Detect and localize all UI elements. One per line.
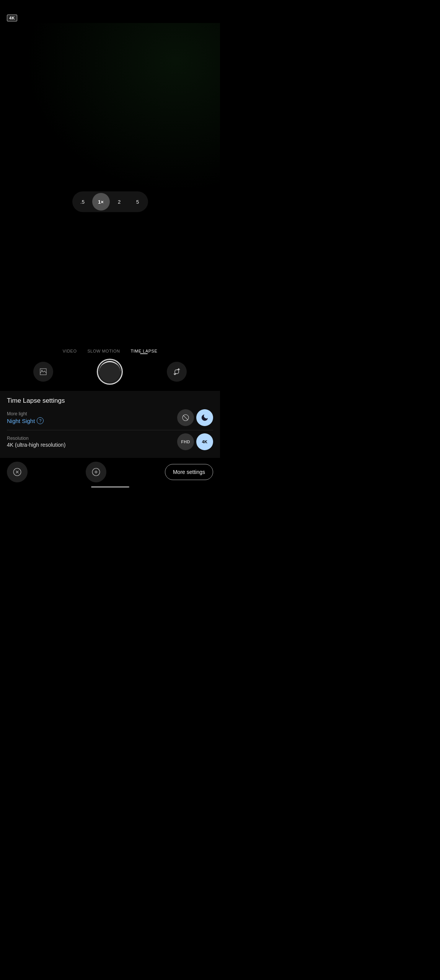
4k-badge: 4K — [7, 15, 17, 21]
viewfinder-noise — [0, 23, 220, 214]
mode-slow-motion[interactable]: Slow Motion — [87, 349, 120, 353]
shutter-button[interactable] — [97, 359, 123, 385]
resolution-value: 4K (ultra-high resolution) — [7, 442, 65, 448]
resolution-row: Resolution 4K (ultra-high resolution) FH… — [7, 433, 213, 450]
mode-video[interactable]: Video — [63, 349, 77, 353]
zoom-05-button[interactable]: .5 — [74, 193, 91, 211]
bottom-left-icon[interactable] — [7, 462, 28, 482]
zoom-1x-button[interactable]: 1× — [92, 193, 110, 211]
bottom-actions: More settings — [0, 458, 220, 490]
shutter-inner — [99, 361, 121, 382]
shutter-row — [0, 356, 220, 391]
night-sight-off-button[interactable] — [177, 409, 194, 426]
bottom-center-icon[interactable] — [86, 462, 106, 482]
resolution-toggle-group: FHD 4K — [177, 433, 213, 450]
mode-time-lapse[interactable]: Time Lapse — [130, 349, 157, 353]
settings-panel: Time Lapse settings More light Night Sig… — [0, 391, 220, 458]
night-sight-label-group: More light Night Sight ? — [7, 411, 44, 424]
more-light-label: More light — [7, 411, 44, 416]
night-sight-row: More light Night Sight ? — [7, 409, 213, 426]
zoom-2x-button[interactable]: 2 — [111, 193, 128, 211]
settings-divider — [7, 430, 213, 430]
camera-mode-row: Video Slow Motion Time Lapse — [0, 343, 220, 356]
settings-title: Time Lapse settings — [7, 397, 213, 405]
night-sight-on-button[interactable] — [196, 409, 213, 426]
zoom-5x-button[interactable]: 5 — [129, 193, 147, 211]
resolution-label: Resolution — [7, 436, 65, 441]
more-settings-button[interactable]: More settings — [165, 464, 213, 480]
svg-line-2 — [183, 415, 188, 420]
4k-button[interactable]: 4K — [196, 433, 213, 450]
resolution-label-group: Resolution 4K (ultra-high resolution) — [7, 436, 65, 448]
mode-active-indicator — [140, 353, 148, 354]
night-sight-label: Night Sight ? — [7, 417, 44, 424]
camera-bottom-ui: Video Slow Motion Time Lapse — [0, 320, 220, 490]
home-indicator — [91, 486, 129, 488]
fhd-button[interactable]: FHD — [177, 433, 194, 450]
zoom-controls: .5 1× 2 5 — [72, 191, 148, 212]
gallery-icon[interactable] — [33, 362, 53, 382]
night-sight-toggle-group — [177, 409, 213, 426]
night-sight-help-icon[interactable]: ? — [37, 417, 44, 424]
flip-camera-icon[interactable] — [167, 362, 187, 382]
